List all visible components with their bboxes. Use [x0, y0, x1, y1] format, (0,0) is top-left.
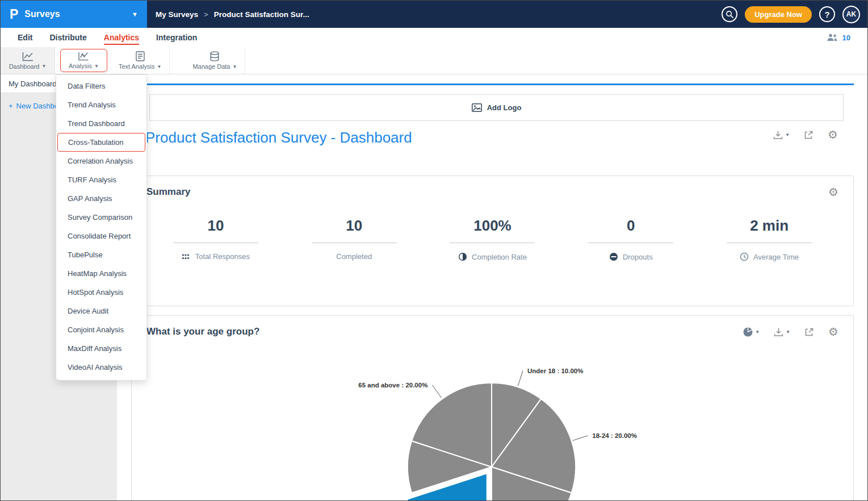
search-icon [726, 10, 734, 19]
chevron-down-icon: ▼ [785, 132, 790, 137]
summary-card-header: Summary ⚙ [146, 186, 838, 198]
pie-callout-label: Under 18 : 10.00% [527, 368, 583, 374]
product-name: Surveys [24, 9, 60, 19]
analysis-menu-button[interactable]: Analysis▼ [60, 49, 107, 72]
summary-card: Summary ⚙ 10 Total Responses [131, 176, 854, 306]
download-icon [773, 327, 784, 337]
tab-analytics[interactable]: Analytics [104, 30, 139, 45]
question-card-header: What is your age group? ▼ ▼ [146, 326, 838, 337]
chevron-down-icon: ▼ [41, 64, 46, 69]
breadcrumb: My Surveys > Product Satisfaction Sur... [156, 10, 309, 19]
menubar: Edit Distribute Analytics Integration 10 [1, 28, 867, 47]
menu-item-maxdiff-analysis[interactable]: MaxDiff Analysis [56, 339, 146, 358]
plus-icon: + [9, 102, 13, 110]
settings-button[interactable]: ⚙ [828, 326, 838, 337]
menu-item-cross-tabulation[interactable]: Cross-Tabulation [57, 133, 145, 152]
breadcrumb-separator-icon: > [204, 10, 208, 19]
stat-label: Average Time [753, 253, 799, 261]
topbar: P Surveys ▼ My Surveys > Product Satisfa… [1, 1, 867, 28]
settings-button[interactable]: ⚙ [828, 129, 838, 140]
upgrade-now-button[interactable]: Upgrade Now [745, 6, 812, 23]
manage-data-menu-button[interactable]: Manage Data▼ [184, 47, 245, 74]
gear-icon: ⚙ [828, 129, 838, 140]
stat-value: 10 [146, 217, 285, 235]
menu-item-trend-dashboard[interactable]: Trend Dashboard [56, 114, 146, 133]
menu-item-conjoint-analysis[interactable]: Conjoint Analysis [56, 320, 146, 339]
menu-item-turf-analysis[interactable]: TURF Analysis [56, 170, 146, 189]
menu-item-survey-comparison[interactable]: Survey Comparison [56, 208, 146, 227]
breadcrumb-my-surveys[interactable]: My Surveys [156, 10, 198, 19]
pie-callout-line [432, 385, 441, 398]
text-analysis-menu-button[interactable]: Text Analysis▼ [111, 47, 170, 74]
analytics-toolbar: Dashboard▼ Analysis▼ Text Analysis▼ Mana… [1, 47, 867, 74]
avatar[interactable]: AK [842, 6, 860, 23]
download-button[interactable]: ▼ [773, 130, 790, 140]
stat-label: Completion Rate [472, 253, 527, 261]
menu-item-data-filters[interactable]: Data Filters [56, 77, 146, 95]
text-analysis-menu-label: Text Analysis [119, 63, 155, 70]
stat-completion-rate: 100% Completion Rate [423, 217, 562, 261]
search-button[interactable] [722, 6, 737, 22]
dashboard-title-row: Product Satisfaction Survey - Dashboard … [131, 129, 854, 151]
chevron-down-icon: ▼ [232, 64, 237, 69]
manage-data-menu-label: Manage Data [192, 63, 230, 70]
summary-settings-button[interactable]: ⚙ [828, 186, 838, 198]
menu-item-consolidate-report[interactable]: Consolidate Report [56, 227, 146, 245]
summary-stats-row: 10 Total Responses 10 Completed [146, 217, 838, 261]
chevron-down-icon: ▼ [94, 64, 99, 69]
stat-divider [588, 243, 673, 243]
share-button[interactable] [803, 130, 814, 140]
clock-icon [740, 252, 749, 261]
breadcrumb-current-survey: Product Satisfaction Sur... [214, 10, 309, 19]
chevron-down-icon: ▼ [157, 64, 161, 69]
pie-callout-line [573, 436, 588, 441]
brand-logo: P [10, 7, 18, 22]
help-button[interactable]: ? [819, 6, 835, 22]
menu-item-videoai-analysis[interactable]: VideoAI Analysis [56, 358, 146, 377]
share-icon [804, 327, 815, 337]
database-icon [209, 51, 220, 61]
product-switcher[interactable]: P Surveys ▼ [1, 1, 147, 28]
dashboard-menu-label: Dashboard [9, 63, 40, 70]
dashboard-actions: ▼ ⚙ [773, 129, 838, 140]
tab-integration[interactable]: Integration [156, 30, 197, 45]
menu-item-tubepulse[interactable]: TubePulse [56, 245, 146, 264]
stat-average-time: 2 min Average Time [700, 217, 838, 261]
half-circle-icon [458, 252, 467, 261]
dashboard-chart-icon [22, 52, 33, 61]
dashboard-accent-line [131, 84, 854, 85]
page-title: Product Satisfaction Survey - Dashboard [145, 129, 412, 147]
menu-item-heatmap-analysis[interactable]: HeatMap Analysis [56, 264, 146, 283]
main-content: Add Logo Product Satisfaction Survey - D… [117, 74, 867, 501]
stat-divider [173, 243, 258, 243]
stat-label: Dropouts [623, 253, 653, 261]
menu-item-hotspot-analysis[interactable]: HotSpot Analysis [56, 283, 146, 302]
topbar-actions: Upgrade Now ? AK [722, 6, 867, 23]
stat-label: Completed [336, 252, 372, 261]
menu-item-correlation-analysis[interactable]: Correlation Analysis [56, 152, 146, 170]
menu-item-device-audit[interactable]: Device Audit [56, 302, 146, 320]
download-button[interactable]: ▼ [773, 327, 790, 337]
dashboard-menu-button[interactable]: Dashboard▼ [1, 49, 54, 72]
stat-divider [450, 243, 535, 243]
chevron-down-icon: ▼ [755, 329, 760, 335]
summary-heading: Summary [146, 186, 190, 198]
stat-label: Total Responses [195, 252, 250, 261]
add-logo-button[interactable]: Add Logo [149, 94, 844, 121]
menu-item-trend-analysis[interactable]: Trend Analysis [56, 95, 146, 114]
pie-chart-icon [743, 327, 753, 337]
share-button[interactable] [804, 327, 815, 337]
stat-value: 0 [561, 217, 700, 235]
menu-item-gap-analysis[interactable]: GAP Analysis [56, 189, 146, 208]
analysis-chart-icon [78, 52, 89, 61]
analysis-dropdown-menu: Data Filters Trend Analysis Trend Dashbo… [56, 74, 147, 381]
text-analysis-document-icon [136, 51, 145, 61]
image-icon [472, 103, 482, 112]
chart-type-button[interactable]: ▼ [743, 327, 760, 337]
respondents-counter[interactable]: 10 [827, 34, 850, 42]
tab-edit[interactable]: Edit [18, 30, 32, 45]
pie-callout-label: 65 and above : 20.00% [358, 382, 427, 389]
stat-total-responses: 10 Total Responses [146, 217, 285, 261]
add-logo-label: Add Logo [487, 103, 522, 112]
tab-distribute[interactable]: Distribute [49, 30, 86, 45]
